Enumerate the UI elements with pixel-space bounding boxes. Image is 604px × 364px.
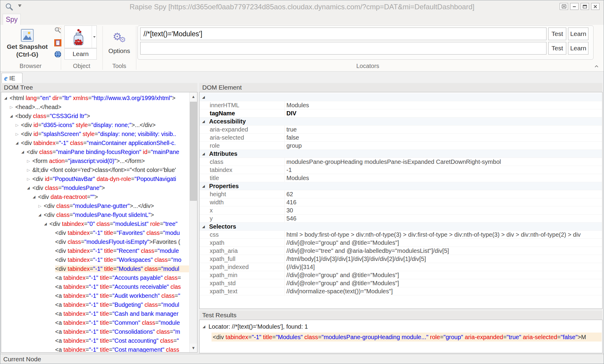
property-row[interactable]: xpath_min//div[@role="group" and @title=…: [200, 271, 602, 279]
tree-node[interactable]: <a tabindex="-1" title="Accounts receiva…: [1, 282, 189, 291]
learn-button-2[interactable]: Learn: [568, 42, 588, 55]
property-row[interactable]: height62: [200, 190, 602, 198]
tree-expander-icon[interactable]: ◢: [10, 114, 15, 118]
property-row[interactable]: xpath//div[@role="group" and @title="Mod…: [200, 239, 602, 247]
learn-button-1[interactable]: Learn: [568, 28, 588, 40]
ribbon-pin-button[interactable]: [560, 3, 568, 10]
tree-expander-icon[interactable]: ◢: [21, 150, 27, 154]
tree-node[interactable]: <div tabindex="-1" title="Favorites" cla…: [1, 228, 189, 237]
tree-node[interactable]: ◢<div tabindex="-1" class="mainContainer…: [1, 138, 189, 147]
web-globe-button[interactable]: [54, 51, 61, 58]
tree-node[interactable]: ▷<div id="d365-icons" style="display: no…: [1, 120, 189, 129]
tree-expander-icon[interactable]: ▷: [38, 204, 44, 208]
snapshot-document-button[interactable]: [54, 39, 61, 46]
tree-node[interactable]: <a tabindex="-1" title="Accounts payable…: [1, 273, 189, 282]
property-row[interactable]: y546: [200, 215, 602, 223]
tree-node[interactable]: ▷<form action="javascript:void(0)">...</…: [1, 156, 189, 165]
tree-node[interactable]: <a tabindex="-1" title="Audit workbench"…: [1, 291, 189, 300]
tree-node[interactable]: ◢<div data-reactroot="">: [1, 192, 189, 201]
tree-node[interactable]: ▷<head>...</head>: [1, 102, 189, 111]
tree-expander-icon[interactable]: ▷: [27, 159, 32, 163]
property-row[interactable]: rolegroup: [200, 142, 602, 150]
tree-expander-icon[interactable]: ▷: [10, 105, 15, 109]
test-button-2[interactable]: Test: [548, 42, 566, 55]
minimize-button[interactable]: [570, 3, 579, 10]
test-result-match[interactable]: <div tabindex="-1" title="Modules" class…: [212, 333, 602, 342]
category-expander-icon[interactable]: ◢: [202, 150, 205, 158]
learn-dropdown-arrow-icon[interactable]: [92, 26, 96, 48]
tree-node[interactable]: <a tabindex="-1" title="Cash and bank ma…: [1, 309, 189, 318]
property-row[interactable]: xpath_full/html/body[1]/div[3]/div[1]/di…: [200, 255, 602, 263]
tree-expander-icon[interactable]: ◢: [4, 96, 10, 100]
test-button-1[interactable]: Test: [548, 28, 566, 40]
tree-node[interactable]: <a tabindex="-1" title="Cost management"…: [1, 345, 189, 352]
tree-node[interactable]: ◢<html lang="en" dir="ltr" xmlns="http:/…: [1, 93, 189, 102]
tree-expander-icon[interactable]: ▷: [16, 132, 21, 136]
category-expander-icon[interactable]: ◢: [202, 117, 205, 126]
category-expander-icon[interactable]: ◢: [202, 182, 205, 190]
learn-button[interactable]: Learn: [64, 48, 97, 60]
category-expander-icon[interactable]: ◢: [202, 223, 205, 231]
scroll-up-arrow-icon[interactable]: ▲: [190, 92, 197, 101]
property-row[interactable]: aria-expandedtrue: [200, 126, 602, 134]
tree-scrollbar[interactable]: ▲ ▼: [189, 92, 197, 352]
property-row[interactable]: classmodulesPane-groupHeading modulesPan…: [200, 158, 602, 166]
tree-expander-icon[interactable]: ◢: [33, 195, 38, 199]
tree-node[interactable]: <div tabindex="-1" title="Recent" class=…: [1, 246, 189, 255]
locator-input-1[interactable]: [140, 28, 546, 40]
property-row[interactable]: xpath_aria//div[@role="tree" and @aria-l…: [200, 247, 602, 255]
tree-expander-icon[interactable]: ▷: [16, 123, 21, 127]
property-row[interactable]: xpath_text//div[normalize-space(text())=…: [200, 287, 602, 295]
spy-pointer-button[interactable]: [54, 27, 61, 34]
close-button[interactable]: [591, 3, 600, 10]
tree-node[interactable]: <a tabindex="-1" title="Common" class="m…: [1, 318, 189, 327]
property-category-row[interactable]: ◢Attributes: [200, 150, 602, 158]
scrollbar-thumb[interactable]: [190, 102, 197, 201]
property-row[interactable]: tagNameDIV: [200, 109, 602, 117]
learn-split-button[interactable]: [64, 25, 97, 48]
property-row[interactable]: aria-selectedfalse: [200, 134, 602, 142]
tree-node[interactable]: ◢<div tabindex="0" class="modulesList" r…: [1, 219, 189, 228]
collapse-ribbon-chevron-icon[interactable]: [594, 64, 599, 68]
property-row[interactable]: xpath_indexed(//div)[314]: [200, 263, 602, 271]
category-expander-icon[interactable]: ◢: [202, 93, 205, 101]
property-row[interactable]: xpath_std//div[@role="group" and @title=…: [200, 279, 602, 287]
property-row[interactable]: width416: [200, 198, 602, 206]
locator-input-2[interactable]: [140, 42, 546, 55]
tree-node[interactable]: ◢<div class="modulesPane-flyout slideInL…: [1, 210, 189, 219]
property-category-row[interactable]: ◢Selectors: [200, 223, 602, 231]
property-row[interactable]: titleModules: [200, 174, 602, 182]
tree-node[interactable]: ▷<div class="modulesPane-gutter">...</di…: [1, 201, 189, 210]
property-category-row[interactable]: ◢Accessibility: [200, 117, 602, 126]
tree-expander-icon[interactable]: ◢: [16, 141, 21, 145]
tree-node[interactable]: ◢<div class="modulesPane">: [1, 183, 189, 192]
scroll-down-arrow-icon[interactable]: ▼: [190, 344, 197, 352]
tree-expander-icon[interactable]: ▷: [27, 177, 32, 181]
tree-expander-icon[interactable]: ◢: [203, 324, 209, 329]
get-snapshot-button[interactable]: Get Snapshot (Ctrl-G): [2, 25, 52, 61]
tab-ie[interactable]: e IE: [1, 73, 22, 83]
tab-spy[interactable]: Spy: [3, 14, 21, 25]
tree-expander-icon[interactable]: ◢: [38, 213, 44, 217]
tree-node[interactable]: ▷<div id="splashScreen" style="display: …: [1, 129, 189, 138]
property-row[interactable]: innerHTMLModules: [200, 101, 602, 109]
quick-access-dropdown-icon[interactable]: [18, 4, 22, 9]
tree-expander-icon[interactable]: ◢: [44, 222, 49, 226]
tree-node[interactable]: <a tabindex="-1" title="Cost accounting"…: [1, 336, 189, 345]
property-category-row[interactable]: ◢Properties: [200, 182, 602, 190]
property-row[interactable]: x30: [200, 206, 602, 215]
tree-node[interactable]: <a tabindex="-1" title="Budgeting" class…: [1, 300, 189, 309]
tree-node[interactable]: ◢<body class="CSS3Grid ltr">: [1, 111, 189, 120]
tree-node[interactable]: <div tabindex="-1" title="Modules" class…: [1, 264, 189, 273]
tree-node[interactable]: ◢<div class="mainPane binding-focusRegio…: [1, 147, 189, 156]
property-row[interactable]: tabindex-1: [200, 166, 602, 174]
tree-expander-icon[interactable]: ▷: [27, 168, 32, 172]
tree-node[interactable]: ▷&lt;div <font color='red'>class</font>=…: [1, 165, 189, 174]
test-result-summary-row[interactable]: ◢ Locator: //*[text()='Modules'], found:…: [203, 322, 308, 331]
options-button[interactable]: ⚙⚙ Options: [102, 25, 136, 61]
property-row[interactable]: csshtml > body:first-of-type > div:nth-o…: [200, 231, 602, 239]
tree-node[interactable]: <div tabindex="-1" title="Workspaces" cl…: [1, 255, 189, 264]
tree-expander-icon[interactable]: ◢: [27, 186, 32, 190]
maximize-button[interactable]: [581, 3, 589, 10]
property-category-row[interactable]: ◢: [200, 93, 602, 101]
